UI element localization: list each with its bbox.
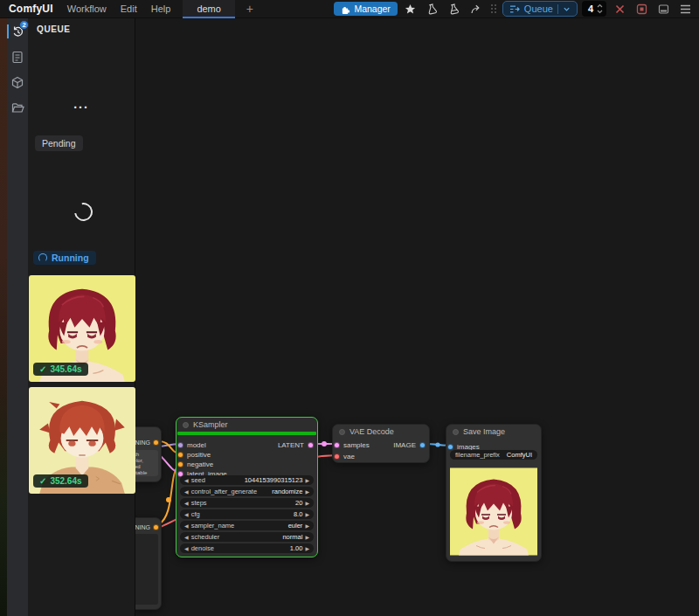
batch-count-stepper[interactable]: 4: [582, 1, 606, 17]
overflow-menu-button[interactable]: ...: [73, 97, 89, 111]
widget-sampler-name[interactable]: sampler_name euler: [180, 521, 314, 530]
node-graph-canvas[interactable]: NING th -lor, ed itable NING KSampler: [135, 18, 699, 616]
node-header[interactable]: KSampler: [176, 418, 317, 432]
menu-help[interactable]: Help: [151, 3, 171, 14]
collapse-dot[interactable]: [339, 429, 345, 435]
collapse-dot[interactable]: [453, 429, 459, 435]
flask-icon-2[interactable]: [446, 2, 463, 16]
slot-label: NING: [135, 440, 150, 446]
stop-icon[interactable]: [633, 2, 650, 16]
manager-button[interactable]: Manager: [334, 2, 397, 16]
increment-icon[interactable]: [305, 478, 309, 483]
workflow-tab-demo[interactable]: demo: [183, 0, 235, 18]
duration-value: 345.64s: [50, 364, 81, 374]
ksampler-node[interactable]: KSampler model positive negative latent_…: [176, 417, 318, 557]
collapse-dot[interactable]: [183, 422, 189, 428]
chevron-down-icon[interactable]: [563, 5, 571, 13]
increment-icon[interactable]: [305, 546, 309, 551]
output-slot-image[interactable]: IMAGE: [393, 440, 426, 449]
menu-edit[interactable]: Edit: [121, 3, 137, 14]
latent-slot-dot[interactable]: [334, 442, 340, 448]
input-slot-vae[interactable]: vae: [335, 452, 355, 460]
save-image-node[interactable]: Save Image images filename_prefix ComfyU…: [446, 424, 542, 562]
decrement-icon[interactable]: [184, 512, 189, 517]
prompt-text-widget[interactable]: th -lor, ed itable: [135, 450, 158, 476]
duration-value: 352.64s: [50, 476, 81, 486]
model-slot-dot[interactable]: [177, 442, 183, 448]
node-title: Save Image: [463, 427, 505, 436]
sidebar-item-node-library[interactable]: [7, 99, 28, 116]
conditioning-slot-dot[interactable]: [177, 461, 183, 467]
loading-spinner: [71, 199, 96, 225]
increment-icon[interactable]: [305, 489, 309, 495]
increment-icon[interactable]: [305, 512, 309, 517]
share-arrow-icon[interactable]: [467, 2, 485, 16]
new-workflow-tab-button[interactable]: [242, 1, 258, 17]
queue-button[interactable]: Queue: [502, 1, 578, 17]
manager-label: Manager: [354, 3, 390, 14]
decrement-icon[interactable]: [184, 501, 189, 506]
hamburger-menu-icon[interactable]: [676, 2, 694, 16]
saved-image-preview[interactable]: [450, 464, 537, 559]
stepper-chevrons-icon[interactable]: [596, 3, 604, 15]
widget-denoise[interactable]: denoise 1.00: [180, 543, 314, 553]
prompt-text-widget[interactable]: [135, 534, 158, 605]
sidebar-item-workflows[interactable]: [7, 48, 28, 66]
link-latent-midpoint-dot: [322, 441, 327, 446]
star-icon[interactable]: [402, 2, 419, 16]
widget-cfg[interactable]: cfg 8.0: [180, 509, 314, 519]
sidebar-item-queue[interactable]: 2: [7, 23, 28, 40]
input-slot-negative[interactable]: negative: [178, 460, 213, 468]
vae-slot-dot[interactable]: [334, 453, 340, 460]
increment-icon[interactable]: [305, 523, 309, 529]
clip-text-encode-node-partial[interactable]: NING th -lor, ed itable: [135, 426, 162, 482]
check-icon: [39, 476, 46, 486]
output-slot-latent[interactable]: LATENT: [278, 440, 314, 449]
node-header[interactable]: Save Image: [446, 425, 541, 439]
bottom-panel-toggle-icon[interactable]: [654, 2, 672, 16]
conditioning-output-slot[interactable]: NING: [135, 438, 159, 446]
queue-panel: QUEUE ... Pending Running 345.64s 352.64…: [28, 18, 135, 616]
widget-scheduler[interactable]: scheduler normal: [180, 532, 314, 542]
increment-icon[interactable]: [305, 535, 309, 540]
node-title: VAE Decode: [350, 427, 394, 436]
queue-count-badge: 2: [19, 20, 29, 30]
conditioning-slot-dot[interactable]: [153, 440, 159, 446]
app-logo[interactable]: ComfyUI: [9, 3, 53, 15]
execution-progress-bar: [177, 432, 316, 435]
image-slot-dot[interactable]: [447, 444, 453, 450]
increment-icon[interactable]: [305, 501, 309, 506]
clip-text-encode-node-partial-2[interactable]: NING: [135, 517, 162, 610]
clear-queue-icon[interactable]: [611, 2, 628, 16]
decrement-icon[interactable]: [184, 489, 189, 495]
widget-seed[interactable]: seed 1044153990315123: [180, 475, 314, 485]
image-slot-dot[interactable]: [419, 442, 426, 448]
conditioning-slot-dot[interactable]: [177, 452, 183, 458]
input-slot-samples[interactable]: samples: [335, 440, 370, 449]
latent-slot-dot[interactable]: [308, 442, 314, 448]
menu-workflow[interactable]: Workflow: [67, 3, 107, 14]
running-badge: Running: [33, 251, 96, 265]
widget-filename-prefix[interactable]: filename_prefix ComfyUI: [450, 450, 537, 460]
decrement-icon[interactable]: [184, 523, 189, 529]
conditioning-slot-dot[interactable]: [153, 524, 159, 530]
drag-handle-icon[interactable]: [489, 2, 498, 16]
decrement-icon[interactable]: [184, 546, 189, 551]
node-title: KSampler: [193, 420, 228, 429]
decrement-icon[interactable]: [184, 535, 189, 540]
conditioning-output-slot[interactable]: NING: [135, 523, 159, 531]
divider: [557, 4, 558, 14]
widget-steps[interactable]: steps 20: [180, 498, 314, 508]
duration-badge: 352.64s: [33, 474, 88, 488]
input-slot-model[interactable]: model: [178, 440, 206, 449]
vae-decode-node[interactable]: VAE Decode samples vae IMAGE: [332, 424, 430, 463]
queue-result-thumbnail[interactable]: 352.64s: [29, 387, 135, 494]
queue-result-thumbnail[interactable]: 345.64s: [29, 275, 135, 382]
flask-icon-1[interactable]: [424, 2, 441, 16]
node-header[interactable]: VAE Decode: [333, 425, 429, 439]
sidebar-item-model-library[interactable]: [7, 73, 28, 91]
decrement-icon[interactable]: [184, 478, 189, 483]
input-slot-positive[interactable]: positive: [178, 450, 211, 459]
running-label: Running: [52, 253, 89, 263]
widget-control-after-generate[interactable]: control_after_generate randomize: [180, 487, 314, 496]
